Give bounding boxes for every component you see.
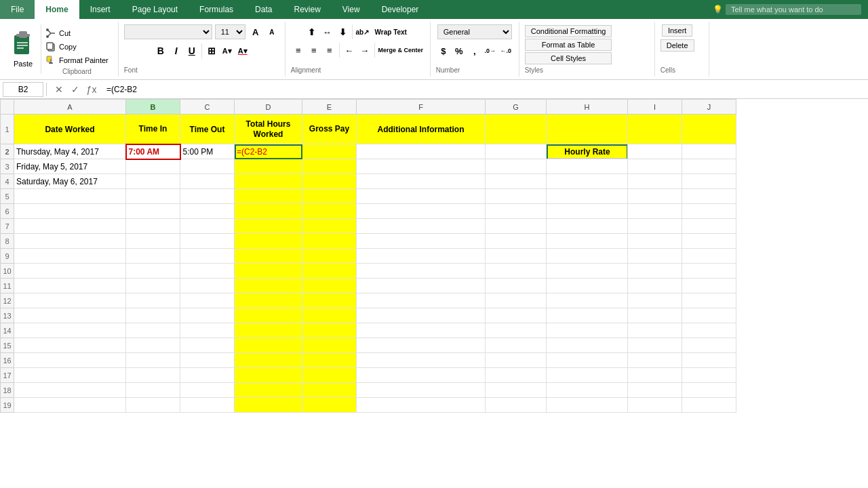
cell-g17[interactable] (486, 368, 547, 383)
cell-h3[interactable] (547, 159, 628, 174)
cell-d2[interactable]: =(C2-B2 (235, 144, 302, 159)
cell-d5[interactable] (235, 189, 302, 204)
cell-d12[interactable] (235, 293, 302, 308)
cell-a14[interactable] (14, 323, 126, 338)
cell-a19[interactable] (14, 398, 126, 413)
cell-a4[interactable]: Saturday, May 6, 2017 (14, 174, 126, 189)
cell-b7[interactable] (126, 219, 180, 234)
cell-j13[interactable] (682, 308, 736, 323)
cell-b18[interactable] (126, 383, 180, 398)
cell-f13[interactable] (357, 308, 486, 323)
cell-h18[interactable] (547, 383, 628, 398)
cell-b14[interactable] (126, 323, 180, 338)
cell-d15[interactable] (235, 338, 302, 353)
tab-view[interactable]: View (332, 0, 371, 19)
align-left-button[interactable]: ≡ (291, 43, 306, 58)
cell-a2[interactable]: Thursday, May 4, 2017 (14, 144, 126, 159)
cell-a17[interactable] (14, 368, 126, 383)
cell-g19[interactable] (486, 398, 547, 413)
tab-page-layout[interactable]: Page Layout (121, 0, 189, 19)
cell-h10[interactable] (547, 264, 628, 279)
cell-c7[interactable] (180, 219, 235, 234)
align-bottom-button[interactable]: ⬇ (335, 24, 350, 39)
cell-d19[interactable] (235, 398, 302, 413)
cell-e3[interactable] (302, 159, 357, 174)
cell-j9[interactable] (682, 249, 736, 264)
border-button[interactable]: ⊞ (204, 43, 219, 58)
cell-b2[interactable]: 7:00 AM (126, 144, 180, 159)
font-size-increase-button[interactable]: A (248, 24, 263, 39)
cell-a7[interactable] (14, 219, 126, 234)
cell-i13[interactable] (628, 308, 682, 323)
cell-f19[interactable] (357, 398, 486, 413)
cell-j7[interactable] (682, 219, 736, 234)
cell-i12[interactable] (628, 293, 682, 308)
cell-a5[interactable] (14, 189, 126, 204)
cell-b1[interactable]: Time In (126, 115, 180, 144)
cell-h11[interactable] (547, 279, 628, 293)
cell-c17[interactable] (180, 368, 235, 383)
cell-d14[interactable] (235, 323, 302, 338)
cell-g1[interactable] (486, 115, 547, 144)
cell-d7[interactable] (235, 219, 302, 234)
cell-b15[interactable] (126, 338, 180, 353)
cell-h4[interactable] (547, 174, 628, 189)
cell-j19[interactable] (682, 398, 736, 413)
cell-c5[interactable] (180, 189, 235, 204)
cell-e19[interactable] (302, 398, 357, 413)
cell-g18[interactable] (486, 383, 547, 398)
cell-i16[interactable] (628, 353, 682, 368)
formula-cancel-button[interactable]: ✕ (52, 83, 66, 96)
cell-c11[interactable] (180, 279, 235, 293)
cell-g13[interactable] (486, 308, 547, 323)
align-center-button[interactable]: ≡ (307, 43, 321, 58)
cell-d13[interactable] (235, 308, 302, 323)
cell-h12[interactable] (547, 293, 628, 308)
cell-d9[interactable] (235, 249, 302, 264)
cell-j11[interactable] (682, 279, 736, 293)
formula-input[interactable] (104, 82, 865, 97)
cell-f10[interactable] (357, 264, 486, 279)
cell-d4[interactable] (235, 174, 302, 189)
cell-c1[interactable]: Time Out (180, 115, 235, 144)
orientation-button[interactable]: ab↗ (355, 24, 370, 39)
cell-e16[interactable] (302, 353, 357, 368)
cell-b19[interactable] (126, 398, 180, 413)
col-header-b[interactable]: B (126, 100, 180, 115)
cell-g3[interactable] (486, 159, 547, 174)
decrease-indent-button[interactable]: ← (342, 43, 357, 58)
cell-h19[interactable] (547, 398, 628, 413)
cell-e13[interactable] (302, 308, 357, 323)
cell-e14[interactable] (302, 323, 357, 338)
cell-d8[interactable] (235, 234, 302, 249)
cell-c6[interactable] (180, 204, 235, 219)
cell-h6[interactable] (547, 204, 628, 219)
font-size-decrease-button[interactable]: A (264, 24, 279, 39)
cell-j16[interactable] (682, 353, 736, 368)
align-middle-button[interactable]: ↔ (319, 24, 334, 39)
cell-a18[interactable] (14, 383, 126, 398)
cell-i8[interactable] (628, 234, 682, 249)
cell-f15[interactable] (357, 338, 486, 353)
cell-e9[interactable] (302, 249, 357, 264)
cell-h16[interactable] (547, 353, 628, 368)
bold-button[interactable]: B (153, 43, 168, 58)
cell-i2[interactable] (628, 144, 682, 159)
cell-j15[interactable] (682, 338, 736, 353)
cell-b5[interactable] (126, 189, 180, 204)
cell-g5[interactable] (486, 189, 547, 204)
cell-j1[interactable] (682, 115, 736, 144)
cell-c19[interactable] (180, 398, 235, 413)
cell-a1[interactable]: Date Worked (14, 115, 126, 144)
cell-i3[interactable] (628, 159, 682, 174)
cell-f5[interactable] (357, 189, 486, 204)
cell-f2[interactable] (357, 144, 486, 159)
cell-a11[interactable] (14, 279, 126, 293)
cell-d10[interactable] (235, 264, 302, 279)
cell-j6[interactable] (682, 204, 736, 219)
tab-insert[interactable]: Insert (79, 0, 121, 19)
col-header-e[interactable]: E (302, 100, 357, 115)
cell-i15[interactable] (628, 338, 682, 353)
cut-button[interactable]: Cut (44, 27, 110, 39)
cell-i18[interactable] (628, 383, 682, 398)
